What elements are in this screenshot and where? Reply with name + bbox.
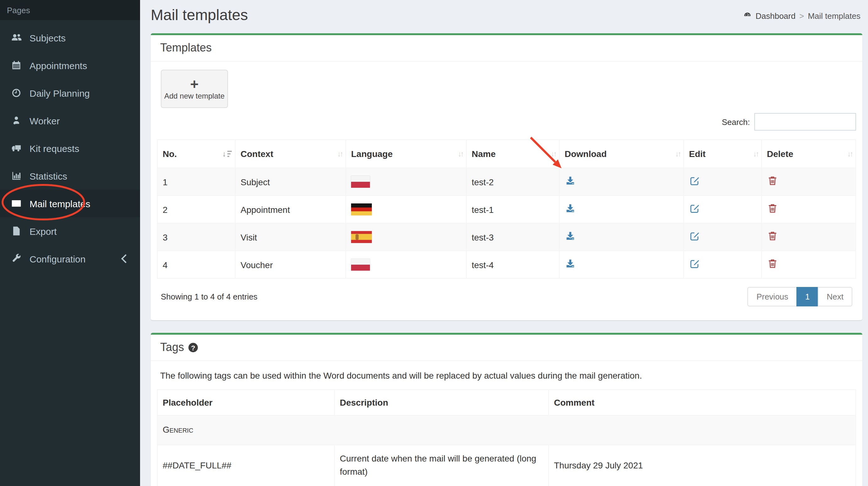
sort-icon: ↓↑ bbox=[458, 150, 463, 158]
cell-edit bbox=[684, 223, 762, 251]
wrench-icon bbox=[10, 252, 23, 265]
sidebar-item-kit-requests[interactable]: Kit requests bbox=[0, 134, 140, 162]
download-button[interactable] bbox=[565, 175, 576, 187]
plus-icon: + bbox=[190, 77, 199, 90]
tags-panel-header: Tags ? bbox=[151, 335, 862, 361]
pagination-next-button[interactable]: Next bbox=[818, 287, 852, 306]
template-row-test-1: 2Appointmenttest-1 bbox=[157, 196, 856, 223]
column-label: Name bbox=[472, 149, 496, 159]
main-content: Mail templates Dashboard > Mail template… bbox=[140, 0, 868, 486]
download-button[interactable] bbox=[565, 203, 576, 214]
search-input[interactable] bbox=[754, 113, 856, 131]
cell-context: Visit bbox=[235, 223, 346, 251]
sort-icon: ↓↑ bbox=[675, 150, 680, 158]
dashboard-icon bbox=[743, 11, 752, 21]
download-button[interactable] bbox=[565, 258, 576, 269]
sidebar-item-label: Mail templates bbox=[30, 198, 134, 209]
cell-context: Voucher bbox=[235, 251, 346, 279]
column-label: Delete bbox=[767, 149, 793, 159]
edit-button[interactable] bbox=[689, 203, 700, 214]
chevron-left-icon bbox=[121, 254, 130, 263]
sidebar-item-label: Subjects bbox=[30, 32, 134, 43]
sort-icon: ↓↑ bbox=[753, 150, 758, 158]
column-header-context[interactable]: Context↓↑ bbox=[235, 140, 346, 168]
templates-table-body: 1Subjecttest-22Appointmenttest-13Visitte… bbox=[157, 168, 856, 279]
column-header-no[interactable]: No.↓ bbox=[157, 140, 235, 168]
sidebar-item-label: Daily Planning bbox=[30, 88, 134, 98]
table-info: Showing 1 to 4 of 4 entries bbox=[161, 292, 257, 301]
tags-column-header-comment: Comment bbox=[549, 390, 856, 415]
pagination: Previous 1 Next bbox=[748, 287, 852, 306]
sort-icon: ↓↑ bbox=[551, 150, 556, 158]
column-header-language[interactable]: Language↓↑ bbox=[346, 140, 466, 168]
cell-delete bbox=[762, 223, 856, 251]
tags-table-head: PlaceholderDescriptionComment bbox=[157, 390, 856, 415]
add-new-template-button[interactable]: + Add new template bbox=[161, 70, 228, 108]
templates-panel-title: Templates bbox=[160, 41, 212, 55]
cell-download bbox=[559, 223, 684, 251]
breadcrumb-dashboard-link[interactable]: Dashboard bbox=[755, 11, 796, 21]
sidebar-item-statistics[interactable]: Statistics bbox=[0, 162, 140, 190]
bar-chart-icon bbox=[10, 169, 23, 182]
tags-table: PlaceholderDescriptionComment Generic##D… bbox=[157, 389, 856, 486]
cell-no: 2 bbox=[157, 196, 235, 223]
cell-language bbox=[346, 168, 466, 196]
sidebar-item-export[interactable]: Export bbox=[0, 217, 140, 245]
cell-context: Appointment bbox=[235, 196, 346, 223]
cell-language bbox=[346, 251, 466, 279]
delete-button[interactable] bbox=[767, 230, 778, 242]
sidebar-item-label: Statistics bbox=[30, 170, 134, 181]
templates-panel-body: + Add new template Search: No.↓Context↓↑… bbox=[151, 62, 862, 320]
tags-column-header-description: Description bbox=[335, 390, 549, 415]
envelope-icon bbox=[10, 197, 23, 210]
tags-panel: Tags ? The following tags can be used wi… bbox=[151, 333, 862, 486]
calendar-icon bbox=[10, 59, 23, 72]
column-header-delete[interactable]: Delete↓↑ bbox=[762, 140, 856, 168]
delete-button[interactable] bbox=[767, 203, 778, 214]
add-new-template-label: Add new template bbox=[164, 91, 224, 100]
breadcrumb-current: Mail templates bbox=[808, 11, 861, 21]
sidebar-item-label: Worker bbox=[30, 115, 134, 126]
sidebar-item-label: Kit requests bbox=[30, 143, 134, 154]
column-header-name[interactable]: Name↓↑ bbox=[466, 140, 559, 168]
sort-amount-icon: ↓ bbox=[222, 150, 232, 158]
page-header: Mail templates Dashboard > Mail template… bbox=[140, 0, 868, 33]
sidebar-nav: SubjectsAppointmentsDaily PlanningWorker… bbox=[0, 24, 140, 272]
cell-name: test-4 bbox=[466, 251, 559, 279]
cell-download bbox=[559, 168, 684, 196]
column-header-download[interactable]: Download↓↑ bbox=[559, 140, 684, 168]
sort-icon: ↓↑ bbox=[847, 150, 852, 158]
truck-icon bbox=[10, 142, 23, 155]
edit-button[interactable] bbox=[689, 175, 700, 187]
sidebar-item-mail-templates[interactable]: Mail templates bbox=[0, 190, 140, 217]
tag-row-date-full: ##DATE_FULL##Current date when the mail … bbox=[157, 445, 856, 486]
templates-table: No.↓Context↓↑Language↓↑Name↓↑Download↓↑E… bbox=[157, 139, 856, 279]
search-row: Search: bbox=[157, 113, 856, 131]
sidebar-item-appointments[interactable]: Appointments bbox=[0, 52, 140, 79]
sidebar-item-worker[interactable]: Worker bbox=[0, 107, 140, 134]
edit-button[interactable] bbox=[689, 230, 700, 242]
download-button[interactable] bbox=[565, 230, 576, 242]
sidebar-item-configuration[interactable]: Configuration bbox=[0, 245, 140, 272]
edit-button[interactable] bbox=[689, 258, 700, 269]
cell-name: test-1 bbox=[466, 196, 559, 223]
sidebar-item-daily-planning[interactable]: Daily Planning bbox=[0, 79, 140, 107]
sidebar-item-subjects[interactable]: Subjects bbox=[0, 24, 140, 52]
cell-language bbox=[346, 196, 466, 223]
delete-button[interactable] bbox=[767, 258, 778, 269]
column-label: Context bbox=[241, 149, 273, 159]
cell-download bbox=[559, 196, 684, 223]
poland-flag bbox=[351, 259, 370, 271]
spain-flag bbox=[351, 231, 372, 243]
cell-no: 4 bbox=[157, 251, 235, 279]
cell-no: 1 bbox=[157, 168, 235, 196]
templates-table-footer: Showing 1 to 4 of 4 entries Previous 1 N… bbox=[157, 279, 856, 313]
clock-icon bbox=[10, 87, 23, 99]
column-header-edit[interactable]: Edit↓↑ bbox=[684, 140, 762, 168]
templates-panel: Templates + Add new template Search: No.… bbox=[151, 33, 862, 320]
pagination-page-1-button[interactable]: 1 bbox=[797, 287, 818, 306]
delete-button[interactable] bbox=[767, 175, 778, 187]
pagination-previous-button[interactable]: Previous bbox=[748, 287, 797, 306]
help-icon[interactable]: ? bbox=[188, 343, 198, 352]
poland-flag bbox=[351, 176, 370, 188]
